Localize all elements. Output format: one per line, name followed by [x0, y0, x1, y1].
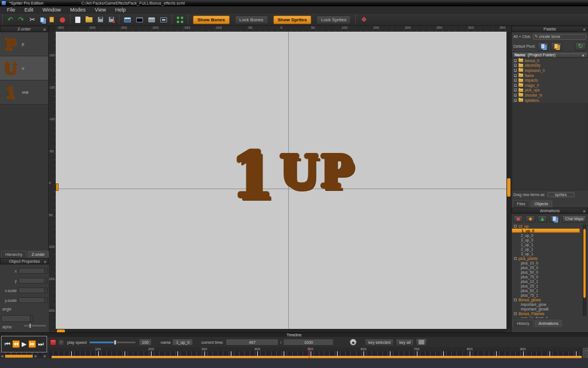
tab-history[interactable]: History — [513, 320, 533, 327]
collapse-icon[interactable]: − — [514, 225, 517, 228]
palette-folder-row[interactable]: +magic_0 — [512, 83, 588, 88]
key-selected-button[interactable]: key selected — [365, 339, 394, 346]
sprite-mode-icon[interactable]: ▲ — [537, 215, 547, 223]
animation-name-field[interactable]: 1_up_0 — [172, 339, 193, 346]
record-icon[interactable]: ● — [59, 16, 65, 23]
menu-item-edit[interactable]: Edit — [20, 6, 38, 14]
animation-row[interactable]: 2_up_1 — [512, 247, 588, 251]
bone-mode-icon[interactable]: ◆ — [525, 215, 535, 223]
collapse-icon[interactable]: − — [514, 257, 517, 260]
key-all-button[interactable]: key all — [396, 339, 414, 346]
animation-row[interactable]: 3_up_1 — [512, 251, 588, 256]
step-back-icon[interactable]: ⏪ — [12, 340, 20, 348]
menu-item-view[interactable]: View — [90, 6, 110, 14]
animation-group-row[interactable]: −plus_points — [512, 256, 588, 260]
animation-row[interactable]: 1_up_0 — [512, 228, 580, 233]
animation-row[interactable]: plus_50_1 — [512, 288, 588, 293]
animation-row[interactable]: plus_50_0 — [512, 270, 588, 274]
play-speed-thumb[interactable] — [114, 340, 117, 345]
lock-sprites-button[interactable]: Lock Sprites — [316, 16, 351, 24]
one-up-sprite[interactable]: 1 UP — [231, 145, 355, 205]
current-time-field[interactable]: 497 — [226, 339, 278, 346]
duplicate-animation-icon[interactable] — [550, 215, 559, 223]
alpha-slider-thumb[interactable] — [29, 323, 32, 328]
tab-z-order[interactable]: Z-order — [28, 251, 49, 258]
expand-icon[interactable]: + — [514, 69, 517, 72]
timeline-ruler[interactable]: 100200300400500600700800900 ◂ ▸ ▸ + − — [0, 347, 588, 358]
new-file-icon[interactable] — [75, 17, 80, 23]
refresh-button[interactable]: ↻ — [575, 42, 586, 51]
collapse-icon[interactable]: − — [514, 312, 517, 315]
keyframe-icon[interactable]: ◆ — [350, 339, 357, 346]
expand-icon[interactable]: + — [514, 74, 517, 77]
animation-row[interactable]: 1_up_1 — [512, 242, 588, 247]
close-icon[interactable]: ✕ — [42, 28, 47, 32]
tab-hierarchy[interactable]: Hierarchy — [1, 251, 26, 258]
character-mode-icon[interactable]: ❖ — [361, 16, 367, 23]
animation-row[interactable]: plus_25_1 — [512, 283, 588, 288]
close-icon[interactable]: ✕ — [582, 209, 586, 213]
cut-icon[interactable]: ✂ — [29, 16, 35, 23]
window-layout-4-icon[interactable] — [160, 17, 167, 22]
pivot-copy-button[interactable] — [537, 42, 549, 51]
zorder-row[interactable]: 1one — [0, 80, 48, 105]
collapse-icon[interactable]: − — [514, 298, 517, 301]
alpha-slider[interactable] — [24, 325, 46, 327]
new-animation-icon[interactable]: ● — [513, 215, 523, 223]
palette-folder-row[interactable]: +shooter_fx — [512, 93, 588, 98]
go-to-start-icon[interactable]: ⏮ — [5, 340, 10, 348]
expand-icon[interactable]: + — [514, 89, 517, 91]
create-bone-field[interactable]: ✎ create bone — [533, 34, 586, 40]
animations-scrollbar-thumb[interactable] — [583, 229, 586, 298]
canvas-vertical-scrollbar[interactable] — [506, 32, 511, 329]
record-key-button[interactable] — [50, 339, 56, 346]
menu-item-modes[interactable]: Modes — [65, 6, 90, 14]
palette-folder-row[interactable]: +flame — [512, 73, 588, 78]
tab-objects[interactable]: Objects — [531, 200, 552, 208]
tab-files[interactable]: Files — [513, 200, 529, 208]
canvas-vertical-scrollbar-thumb[interactable] — [507, 178, 510, 197]
animation-row[interactable]: plus_75_1 — [512, 293, 588, 297]
save-as-icon[interactable] — [109, 17, 114, 22]
menu-item-window[interactable]: Window — [38, 6, 65, 14]
canvas-left-guide-handle[interactable] — [56, 183, 59, 191]
window-layout-2-icon[interactable] — [136, 17, 143, 22]
animation-row[interactable]: 2_up_0 — [512, 233, 588, 237]
char-maps-button[interactable]: Char Maps — [562, 215, 586, 223]
step-forward-icon[interactable]: ⏩ — [28, 340, 36, 348]
play-speed-slider[interactable] — [90, 342, 136, 343]
palette-folder-row[interactable]: +pick_ups — [512, 88, 588, 93]
zoom-in-icon[interactable]: + — [583, 348, 588, 352]
go-to-end-icon[interactable]: ⏭ — [38, 340, 44, 348]
timeline-mini-scrollbar[interactable]: ◂ ▸ ▸ — [0, 354, 51, 358]
animation-row[interactable]: plus_10_1 — [512, 279, 588, 283]
menu-item-help[interactable]: Help — [110, 6, 130, 14]
total-time-field[interactable]: 1000 — [283, 339, 334, 346]
close-icon[interactable]: ✕ — [43, 260, 47, 264]
timeline-playhead[interactable] — [309, 347, 310, 358]
snap-toggle-button[interactable]: ≡ — [58, 339, 64, 346]
expand-icon[interactable]: + — [514, 84, 517, 87]
animation-row[interactable]: important_glow — [512, 302, 588, 306]
animation-row[interactable]: pick_up_flash_0 — [512, 316, 588, 318]
animation-group-row[interactable]: −Bonus_glows — [512, 297, 588, 302]
redo-icon[interactable]: ↷ — [18, 16, 24, 23]
angle-input[interactable] — [1, 315, 33, 322]
open-folder-icon[interactable] — [86, 17, 92, 22]
copy-icon[interactable] — [40, 17, 44, 22]
y-input[interactable] — [18, 278, 48, 283]
animation-row[interactable]: important_glowB — [512, 306, 588, 311]
expand-icon[interactable]: + — [514, 94, 517, 97]
palette-folder-row[interactable]: +bonus_0 — [512, 58, 588, 63]
scroll-right-icon[interactable]: ▸ — [33, 354, 38, 358]
sprite-char-up[interactable]: UP — [280, 150, 355, 194]
fullscreen-icon[interactable] — [177, 17, 183, 23]
zorder-row[interactable]: Pp — [0, 32, 48, 56]
show-bones-button[interactable]: Show Bones — [193, 16, 230, 24]
timeline-mini-scrollbar-thumb[interactable] — [5, 355, 33, 358]
animation-row[interactable]: 3_up_0 — [512, 237, 588, 242]
save-icon[interactable] — [98, 17, 103, 22]
palette-folder-row[interactable]: +explosion_0 — [512, 68, 588, 73]
expand-icon[interactable]: + — [514, 59, 517, 62]
sprite-char-1[interactable]: 1 — [231, 145, 274, 205]
